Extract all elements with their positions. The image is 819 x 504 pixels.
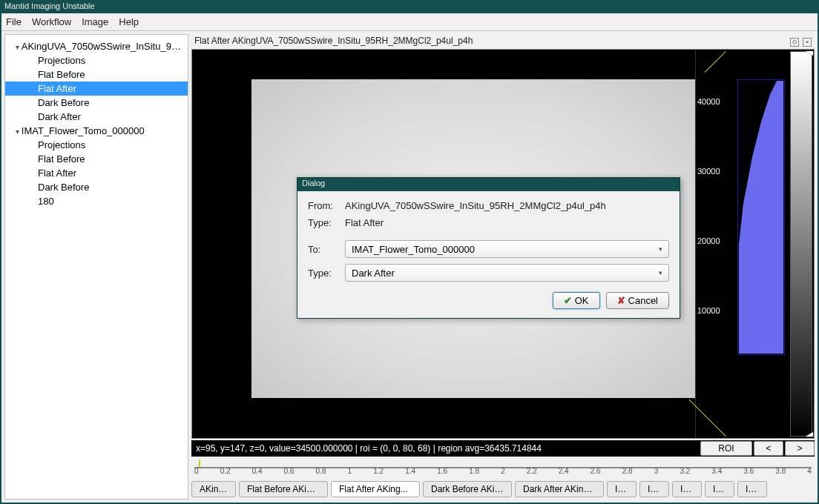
tab[interactable]: IM... (639, 481, 669, 497)
undock-icon[interactable]: ◇ (790, 38, 799, 47)
type-from-value: Flat After (345, 217, 384, 228)
tree-item[interactable]: Projections (5, 53, 188, 67)
tab[interactable]: IM... (672, 481, 702, 497)
dataset-tree[interactable]: AKingUVA_7050wSSwire_InSitu_95RH... Proj… (4, 34, 188, 500)
tree-item[interactable]: Flat Before (5, 67, 188, 82)
roi-button[interactable]: ROI (700, 441, 752, 456)
colormap-min-handle[interactable] (806, 432, 813, 437)
menu-help[interactable]: Help (119, 16, 139, 27)
hist-tick: 20000 (697, 236, 720, 245)
colormap-max-handle[interactable] (806, 51, 813, 56)
menu-file[interactable]: File (6, 16, 22, 27)
tree-item[interactable]: Flat Before (5, 152, 188, 166)
menu-image[interactable]: Image (82, 16, 108, 27)
tab-active[interactable]: Flat After AKing... (331, 481, 420, 497)
histogram-panel[interactable]: 40000 30000 20000 10000 (695, 50, 814, 438)
slider-thumb[interactable] (199, 460, 200, 467)
image-title: Flat After AKingUVA_7050wSSwire_InSitu_9… (194, 36, 473, 46)
menu-workflow[interactable]: Workflow (32, 16, 71, 27)
type-to-select[interactable]: Dark After (345, 264, 669, 282)
tab[interactable]: Flat Before AKing... (239, 481, 328, 497)
tab[interactable]: Dark Before AKing... (423, 481, 512, 497)
type-to-label: Type: (308, 268, 345, 279)
tree-item[interactable]: Dark Before (5, 180, 188, 194)
slider-ticks: 00.20.40.60.811.21.41.61.822.22.42.62.83… (194, 467, 812, 477)
tree-item[interactable]: Dark Before (5, 96, 188, 110)
tab[interactable]: IM... (705, 481, 734, 497)
from-label: From: (308, 200, 345, 211)
cursor-status: x=95, y=147, z=0, value=34500.000000 | r… (191, 443, 699, 454)
hist-tick: 10000 (697, 306, 720, 315)
menubar: File Workflow Image Help (1, 13, 818, 31)
move-stack-dialog: Dialog From: AKingUVA_7050wSSwire_InSitu… (297, 177, 680, 319)
tree-dataset-1[interactable]: IMAT_Flower_Tomo_000000 (5, 124, 188, 138)
tab[interactable]: Dark After AKing... (515, 481, 604, 497)
tree-item[interactable]: Projections (5, 138, 188, 152)
hist-tick: 30000 (697, 167, 720, 176)
tree-item[interactable]: 180 (5, 194, 188, 208)
status-bar: x=95, y=147, z=0, value=34500.000000 | r… (191, 440, 815, 457)
from-value: AKingUVA_7050wSSwire_InSitu_95RH_2MMgCl2… (345, 200, 606, 211)
image-title-bar: Flat After AKingUVA_7050wSSwire_InSitu_9… (191, 34, 815, 47)
window-titlebar: Mantid Imaging Unstable (0, 0, 819, 13)
tree-dataset-0[interactable]: AKingUVA_7050wSSwire_InSitu_95RH... (5, 39, 188, 53)
image-tabs: AKing... Flat Before AKing... Flat After… (191, 479, 815, 500)
tab[interactable]: AKing... (191, 481, 236, 497)
colormap-bar[interactable] (790, 51, 812, 437)
check-icon: ✔ (564, 295, 572, 306)
tree-item[interactable]: Dark After (5, 110, 188, 124)
tree-item[interactable]: Flat After (5, 166, 188, 180)
cancel-button[interactable]: ✘Cancel (606, 292, 669, 309)
prev-button[interactable]: < (754, 441, 783, 456)
to-label: To: (308, 244, 345, 255)
to-select[interactable]: IMAT_Flower_Tomo_000000 (345, 240, 669, 258)
hist-tick: 40000 (697, 97, 720, 106)
dialog-titlebar[interactable]: Dialog (297, 178, 680, 191)
ok-button[interactable]: ✔OK (553, 292, 600, 309)
x-icon: ✘ (617, 295, 625, 306)
close-pane-icon[interactable]: × (803, 38, 812, 47)
tab[interactable]: IM... (607, 481, 637, 497)
type-from-label: Type: (308, 217, 345, 228)
next-button[interactable]: > (785, 441, 815, 456)
frame-slider[interactable]: 00.20.40.60.811.21.41.61.822.22.42.62.83… (191, 458, 815, 477)
tab[interactable]: IM... (737, 481, 767, 497)
tree-item-selected[interactable]: Flat After (5, 82, 188, 96)
